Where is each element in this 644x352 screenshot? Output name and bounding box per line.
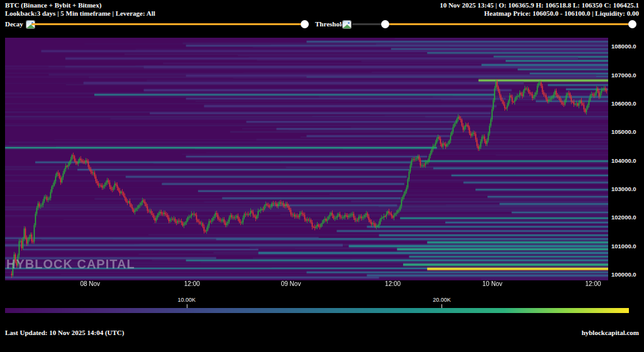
colorbar-tick-mark: [187, 304, 187, 308]
time-axis-label: 09 Nov: [281, 280, 301, 287]
time-axis-label: 12:00: [586, 280, 601, 287]
price-axis-label: 102000.0: [611, 214, 636, 221]
threshold-slider[interactable]: [352, 23, 633, 25]
colorbar-tick-mark: [441, 304, 442, 308]
threshold-slider-low-handle[interactable]: [381, 20, 389, 28]
hyblock-watermark: HYBLOCK CAPITAL: [6, 257, 135, 272]
decay-slider-label: Decay: [5, 20, 23, 28]
liquidity-colorbar: [5, 308, 629, 313]
threshold-slider-high-handle[interactable]: [628, 20, 636, 28]
threshold-slider-label: Threshold: [315, 20, 345, 28]
symbol-title: BTC (Binance + Bybit + Bitmex): [5, 1, 101, 9]
time-axis-label: 12:00: [184, 280, 200, 287]
price-axis-label: 105000.0: [611, 128, 636, 135]
time-axis-label: 12:00: [385, 280, 401, 287]
heatmap-price-readout: Heatmap Price: 106050.0 - 106100.0 | Liq…: [484, 9, 639, 18]
price-axis-label: 106000.0: [611, 100, 636, 107]
colorbar-tick-label: 20.00K: [433, 297, 451, 303]
colorbar-tick-label: 10.00K: [177, 297, 196, 303]
price-axis-label: 103000.0: [611, 185, 636, 192]
decay-slider[interactable]: [31, 23, 306, 25]
heatmap-chart[interactable]: [5, 38, 608, 280]
decay-slider-fill: [31, 23, 304, 25]
time-axis-label: 08 Nov: [80, 280, 100, 287]
site-link[interactable]: hyblockcapital.com: [582, 329, 639, 336]
threshold-slider-fill: [385, 23, 632, 25]
price-axis-label: 107000.0: [611, 72, 636, 79]
time-axis-label: 10 Nov: [482, 280, 502, 287]
last-updated-text: Last Updated: 10 Nov 2025 14:04 (UTC): [5, 329, 124, 336]
decay-slider-handle[interactable]: [301, 20, 309, 28]
lookback-settings: Lookback:3 days | 5 Min timeframe | Leve…: [5, 9, 155, 18]
broken-image-icon: [343, 21, 351, 28]
price-axis-label: 100000.0: [611, 271, 636, 278]
price-axis-label: 101000.0: [611, 243, 636, 250]
ohlc-readout: 10 Nov 2025 13:45 | O: 106365.9 H: 10651…: [440, 1, 639, 9]
price-axis-label: 104000.0: [611, 157, 636, 164]
liquidation-heatmap-app: BTC (Binance + Bybit + Bitmex) Lookback:…: [0, 0, 644, 352]
price-axis-label: 108000.0: [611, 43, 636, 50]
